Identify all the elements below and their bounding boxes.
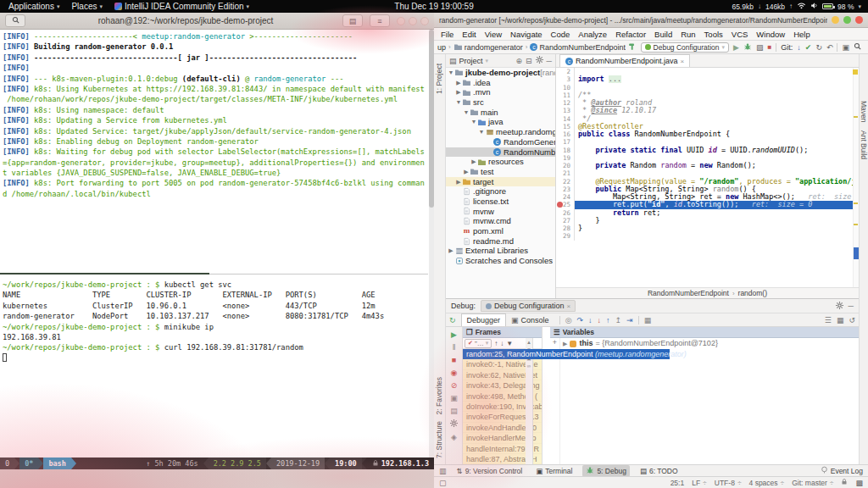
menu-edit[interactable]: Edit <box>462 30 476 39</box>
toolwindow-button-5-debug[interactable]: 5: Debug <box>582 465 630 477</box>
gutter[interactable]: 19 <box>556 154 575 162</box>
tree-toggle-icon[interactable]: ▼ <box>478 127 485 137</box>
code-line[interactable]: 17 <box>556 138 859 146</box>
tree-item[interactable]: cRandomNumberEndpoint <box>446 147 555 158</box>
gutter[interactable]: 27 <box>556 217 575 225</box>
layout-split-icon[interactable]: ▦ <box>837 316 844 324</box>
editor-breadcrumb-item[interactable]: random() <box>738 289 767 297</box>
gutter[interactable]: 3 <box>556 75 575 83</box>
gutter[interactable]: 20 <box>556 162 575 169</box>
tree-item[interactable]: license.txt <box>446 197 555 207</box>
expand-icon[interactable]: ▶ <box>563 338 567 349</box>
mute-breakpoints-button[interactable]: ⊘ <box>451 381 458 390</box>
code-line[interactable]: 24 Map<String, String> ret = new HashMap… <box>556 193 859 201</box>
gutter[interactable]: 10 <box>556 84 575 92</box>
tree-item[interactable]: ▼java <box>446 117 555 127</box>
menu-build[interactable]: Build <box>654 30 672 39</box>
frame-up-icon[interactable]: ↑ <box>494 340 498 347</box>
gutter[interactable]: 24 <box>556 193 575 201</box>
gutter[interactable]: 17 <box>556 138 575 146</box>
step-out-icon[interactable]: ↑ <box>606 316 610 324</box>
status-item[interactable]: 4 spaces÷ <box>749 479 785 487</box>
pause-button[interactable]: ‖ <box>453 343 456 352</box>
applications-menu[interactable]: Applications▾ <box>8 2 59 11</box>
status-item[interactable]: LF÷ <box>692 479 707 487</box>
editor-breadcrumb-item[interactable]: RandomNumberEndpoint <box>648 289 729 297</box>
menu-code[interactable]: Code <box>551 30 570 39</box>
tree-item[interactable]: readme.md <box>446 236 555 247</box>
lock-icon[interactable] <box>841 478 848 487</box>
gutter[interactable]: 14 <box>556 115 575 123</box>
gutter[interactable]: 29 <box>556 232 575 240</box>
inspection-indicator[interactable] <box>853 69 858 75</box>
frame-down-icon[interactable]: ↓ <box>500 340 504 347</box>
gutter[interactable]: 28 <box>556 225 575 232</box>
toolwindow-button-6-todo[interactable]: ▤6: TODO <box>637 465 682 477</box>
close-button[interactable] <box>420 17 429 25</box>
stop-button[interactable]: ■ <box>767 43 771 52</box>
layout-list-icon[interactable]: ☰ <box>825 316 832 324</box>
code-line[interactable]: 22 @RequestMapping(value = "/random", pr… <box>556 178 859 186</box>
tree-item[interactable]: ▶External Libraries <box>446 246 555 256</box>
close-tab-icon[interactable]: × <box>567 302 571 310</box>
menu-vcs[interactable]: VCS <box>732 30 748 39</box>
tree-toggle-icon[interactable]: ▼ <box>463 108 470 118</box>
close-button[interactable] <box>855 16 863 24</box>
build-hammer-icon[interactable] <box>628 42 637 53</box>
view-breakpoints-button[interactable]: ◉ <box>451 369 458 377</box>
run-configuration-select[interactable]: Debug Configuration ▾ <box>641 42 730 53</box>
toolwindow-switcher-icon[interactable]: ▥ <box>439 467 447 475</box>
gutter[interactable]: 15 <box>556 123 575 130</box>
tree-item[interactable]: mvnw <box>446 207 555 217</box>
variable-row[interactable]: ▶this= {RandomNumberEndpoint@7102} <box>560 338 859 349</box>
code-line[interactable]: 28} <box>556 225 859 232</box>
tree-item[interactable]: mvnw.cmd <box>446 216 555 226</box>
drop-frame-icon[interactable]: ↥ <box>615 316 622 324</box>
code-line[interactable]: 26 return ret; <box>556 209 859 217</box>
tree-item[interactable]: ▶.idea <box>446 78 555 88</box>
tree-toggle-icon[interactable]: ▶ <box>455 177 462 187</box>
code-line[interactable]: 10 <box>556 84 859 92</box>
tree-toggle-icon[interactable]: ▶ <box>448 246 454 256</box>
tree-toggle-icon[interactable]: ▼ <box>470 117 477 127</box>
minimize-button[interactable] <box>832 16 839 24</box>
tree-toggle-icon[interactable]: ▼ <box>455 97 462 108</box>
clock[interactable]: Thu Dec 19 19:00:59 <box>394 2 473 11</box>
tab-console[interactable]: ▣Console <box>506 313 554 326</box>
maximize-button[interactable] <box>843 16 851 24</box>
breadcrumb-item[interactable]: cRandomNumberEndpoint <box>530 43 626 52</box>
resume-button[interactable]: ▶ <box>451 330 457 339</box>
toolwindow-icon[interactable]: ▣ <box>842 43 849 52</box>
gutter[interactable]: 12 <box>556 99 575 107</box>
hide-panel-button[interactable]: ─ <box>547 57 552 65</box>
tree-item[interactable]: ▼src <box>446 97 555 108</box>
tree-item[interactable]: ▶.mvn <box>446 87 555 97</box>
gutter[interactable]: 13 <box>556 107 575 114</box>
editor-tab[interactable]: c RandomNumberEndpoint.java × <box>559 54 690 67</box>
status-item[interactable]: UTF-8÷ <box>715 479 742 487</box>
code-line[interactable]: 12 * @author roland <box>556 99 859 107</box>
maximize-button[interactable] <box>409 17 417 25</box>
frame-row[interactable]: random:25, RandomNumberEndpoint (meetup.… <box>463 349 670 359</box>
gutter[interactable]: 11 <box>556 92 575 99</box>
status-item[interactable]: Git: master÷ <box>792 479 833 487</box>
force-step-into-icon[interactable]: ↓ <box>598 316 602 324</box>
tree-item[interactable]: ▼meetup.randomgenerator <box>446 127 555 137</box>
close-tab-icon[interactable]: × <box>681 58 685 65</box>
filter-icon[interactable]: ▼ <box>506 340 513 347</box>
code-line[interactable]: 13 * @since 12.10.17 <box>556 107 859 114</box>
layout-button[interactable]: ▤ <box>450 407 458 415</box>
gutter[interactable]: 16 <box>556 130 575 138</box>
debug-settings-icon[interactable] <box>450 419 458 429</box>
caret-position[interactable]: 25:1 <box>670 479 685 487</box>
gear-icon[interactable] <box>536 56 543 65</box>
editor-scrollbar[interactable] <box>853 68 859 287</box>
code-line[interactable]: 29 <box>556 232 859 240</box>
places-menu[interactable]: Places▾ <box>71 2 103 11</box>
project-panel-header[interactable]: ▤ Project ▾ ⊕ ⊟ ─ <box>446 54 555 68</box>
hide-panel-button[interactable]: ─ <box>849 302 854 310</box>
code-line[interactable]: 14 */ <box>556 115 859 123</box>
evaluate-expression-icon[interactable]: ▦ <box>644 316 652 324</box>
indicator-icon[interactable]: ▩ <box>855 479 863 487</box>
thread-dump-button[interactable]: ▣ <box>450 394 458 402</box>
